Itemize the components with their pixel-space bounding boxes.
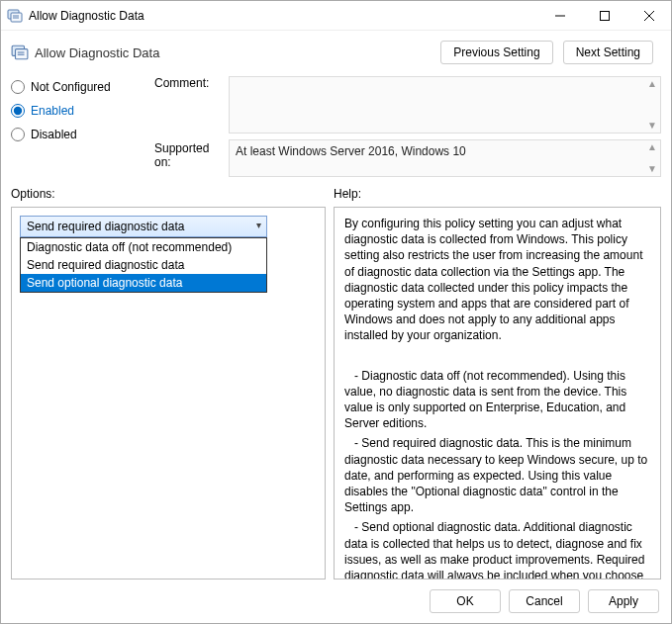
comment-label: Comment: bbox=[154, 76, 229, 137]
radio-not-configured-label: Not Configured bbox=[31, 80, 111, 94]
supported-on-text: At least Windows Server 2016, Windows 10 bbox=[236, 144, 466, 158]
scroll-up-icon[interactable]: ▲ bbox=[644, 77, 660, 91]
radio-disabled-input[interactable] bbox=[11, 128, 25, 141]
options-label: Options: bbox=[11, 187, 334, 201]
help-label: Help: bbox=[334, 187, 661, 201]
close-button[interactable] bbox=[626, 1, 671, 30]
config-row: Not Configured Enabled Disabled Comment:… bbox=[1, 76, 671, 177]
radio-enabled-label: Enabled bbox=[31, 104, 74, 118]
comment-textarea[interactable]: ▲ ▼ bbox=[229, 76, 661, 134]
titlebar: Allow Diagnostic Data bbox=[1, 1, 671, 31]
scroll-down-icon[interactable]: ▼ bbox=[644, 119, 660, 133]
options-panel: Send required diagnostic data ▾ Diagnost… bbox=[11, 207, 326, 579]
state-radio-group: Not Configured Enabled Disabled bbox=[11, 76, 154, 177]
previous-setting-button[interactable]: Previous Setting bbox=[440, 41, 552, 64]
help-panel: By configuring this policy setting you c… bbox=[334, 207, 661, 579]
dropdown-selected-label: Send required diagnostic data bbox=[27, 220, 184, 233]
minimize-button[interactable] bbox=[537, 1, 582, 30]
dropdown-item-1[interactable]: Send required diagnostic data bbox=[21, 256, 266, 274]
app-icon bbox=[7, 8, 23, 24]
apply-button[interactable]: Apply bbox=[588, 589, 659, 613]
ok-button[interactable]: OK bbox=[430, 589, 501, 613]
footer-buttons: OK Cancel Apply bbox=[1, 579, 671, 623]
supported-scroll[interactable]: ▲ ▼ bbox=[644, 140, 660, 176]
policy-title: Allow Diagnostic Data bbox=[35, 45, 440, 60]
scroll-up-icon[interactable]: ▲ bbox=[644, 140, 660, 154]
diagnostic-data-dropdown[interactable]: Send required diagnostic data ▾ Diagnost… bbox=[20, 216, 267, 237]
cancel-button[interactable]: Cancel bbox=[509, 589, 580, 613]
section-labels: Options: Help: bbox=[1, 177, 671, 207]
help-paragraph-3: - Send required diagnostic data. This is… bbox=[344, 435, 650, 515]
next-setting-button[interactable]: Next Setting bbox=[563, 41, 653, 64]
window-controls bbox=[537, 1, 671, 30]
dropdown-list[interactable]: Diagnostic data off (not recommended) Se… bbox=[20, 237, 267, 293]
supported-label: Supported on: bbox=[154, 137, 229, 169]
radio-disabled-label: Disabled bbox=[31, 128, 77, 141]
radio-enabled[interactable]: Enabled bbox=[11, 104, 154, 118]
radio-enabled-input[interactable] bbox=[11, 104, 25, 118]
help-paragraph-4: - Send optional diagnostic data. Additio… bbox=[344, 519, 650, 579]
scroll-down-icon[interactable]: ▼ bbox=[644, 162, 660, 176]
chevron-down-icon: ▾ bbox=[256, 220, 261, 230]
help-paragraph-1: By configuring this policy setting you c… bbox=[344, 216, 650, 344]
window-title: Allow Diagnostic Data bbox=[29, 9, 537, 23]
header-area: Allow Diagnostic Data Previous Setting N… bbox=[1, 31, 671, 70]
svg-rect-5 bbox=[600, 11, 609, 20]
panels: Send required diagnostic data ▾ Diagnost… bbox=[1, 207, 671, 579]
dropdown-selected[interactable]: Send required diagnostic data ▾ bbox=[20, 216, 267, 237]
radio-disabled[interactable]: Disabled bbox=[11, 128, 154, 141]
supported-on-box: At least Windows Server 2016, Windows 10… bbox=[229, 139, 661, 177]
maximize-button[interactable] bbox=[582, 1, 626, 30]
radio-not-configured-input[interactable] bbox=[11, 80, 25, 94]
dropdown-item-0[interactable]: Diagnostic data off (not recommended) bbox=[21, 238, 266, 256]
help-paragraph-2: - Diagnostic data off (not recommended).… bbox=[344, 368, 650, 432]
policy-icon bbox=[11, 44, 29, 61]
comment-scroll[interactable]: ▲ ▼ bbox=[644, 77, 660, 133]
policy-editor-window: Allow Diagnostic Data Allow Diagnostic D… bbox=[0, 0, 672, 624]
radio-not-configured[interactable]: Not Configured bbox=[11, 80, 154, 94]
dropdown-item-2[interactable]: Send optional diagnostic data bbox=[21, 274, 266, 292]
